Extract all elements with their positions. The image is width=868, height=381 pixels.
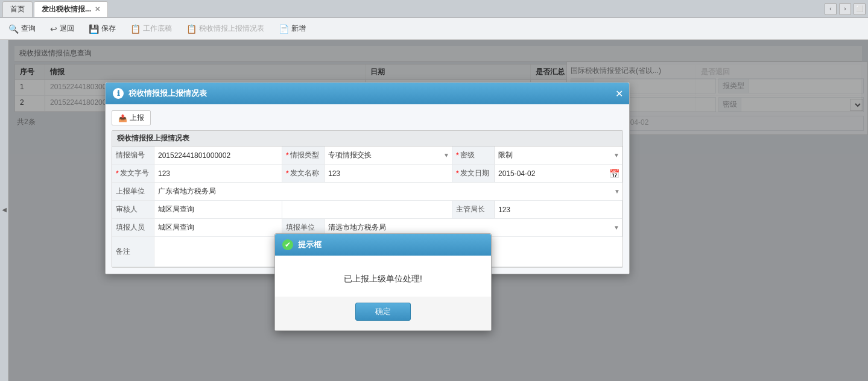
field-zhuguan-ju: 主管局长 123 [452, 201, 622, 219]
field-qingbao-leixing: * 情报类型 专项情报交换 ▼ [282, 146, 452, 165]
fawen-riqi-value: 2015-04-02 [495, 167, 609, 180]
shangbao-dropdown-icon[interactable]: ▼ [614, 188, 622, 195]
main-area: ▶ 税收报送情报信息查询 序号 情报 日期 是否汇总 是否退回 1 201522… [0, 40, 868, 381]
field-fawen-riqi: * 发文日期 2015-04-02 📅 [452, 165, 622, 183]
report-icon: 📋 [186, 24, 197, 34]
tianbao-ren-value: 城区局查询 [154, 220, 282, 235]
form-panel-title: 税收情报报上报情况表 [112, 131, 622, 146]
tab-menu-button[interactable]: ⬜ [854, 3, 866, 15]
prompt-body: 已上报上级单位处理! [275, 256, 491, 297]
calendar-icon[interactable]: 📅 [609, 169, 622, 178]
tab-close-icon[interactable]: ✕ [95, 5, 100, 13]
search-icon: 🔍 [8, 24, 19, 34]
zhuguan-ju-value: 123 [495, 203, 622, 216]
tab-prev-button[interactable]: ‹ [825, 3, 837, 15]
tab-bar: 首页 发出税收情报... ✕ ‹ › ⬜ [0, 0, 868, 18]
field-qingbao-bianhao: 情报编号 201522441801000002 [112, 146, 282, 165]
tianbao-danwei-dropdown-icon[interactable]: ▼ [613, 224, 622, 231]
add-icon: 📄 [279, 24, 289, 34]
qingbao-bianhao-value: 201522441801000002 [154, 149, 282, 162]
modal-info-icon: ℹ [113, 88, 124, 99]
confirm-button[interactable]: 确定 [355, 303, 411, 321]
add-button[interactable]: 📄 新增 [276, 22, 308, 35]
prompt-header: ✔ 提示框 [275, 234, 491, 256]
shenhe-ren-value: 城区局查询 [154, 202, 282, 217]
tax-report-modal: ℹ 税收情报报上报情况表 ✕ 📤 上报 税收情报报上报情况 [105, 82, 630, 274]
page-content: 税收报送情报信息查询 序号 情报 日期 是否汇总 是否退回 1 20152244… [8, 40, 868, 381]
modal-overlay: ℹ 税收情报报上报情况表 ✕ 📤 上报 税收情报报上报情况 [8, 40, 868, 381]
leixing-dropdown-icon[interactable]: ▼ [443, 152, 452, 159]
fawen-zihao-value: 123 [154, 167, 282, 180]
modal-header: ℹ 税收情报报上报情况表 ✕ [106, 83, 629, 104]
upload-icon: 📤 [118, 114, 127, 122]
field-tianbao-ren: 填报人员 城区局查询 [112, 219, 282, 237]
field-shenhe-ren: 审核人 城区局查询 [112, 201, 282, 219]
field-empty [282, 201, 452, 219]
prompt-dialog: ✔ 提示框 已上报上级单位处理! 确定 [274, 233, 492, 331]
toolbar: 🔍 查询 ↩ 退回 💾 保存 📋 工作底稿 📋 税收情报上报情况表 📄 新增 [0, 18, 868, 40]
modal-title: 税收情报报上报情况表 [128, 88, 622, 99]
prompt-title: 提示框 [298, 239, 322, 250]
tab-home[interactable]: 首页 [2, 1, 33, 17]
miji-value: 限制 [495, 148, 613, 163]
modal-close-button[interactable]: ✕ [615, 88, 623, 99]
back-icon: ↩ [50, 24, 57, 34]
miji-dropdown-icon[interactable]: ▼ [613, 152, 622, 159]
tab-next-button[interactable]: › [839, 3, 851, 15]
field-shangbao-danwei: 上报单位 广东省地方税务局 ▼ [112, 183, 622, 201]
prompt-footer: 确定 [275, 297, 491, 330]
prompt-success-icon: ✔ [282, 239, 293, 250]
tab-tax[interactable]: 发出税收情报... ✕ [34, 1, 108, 17]
tab-navigation: ‹ › ⬜ [825, 3, 866, 15]
shangbao-danwei-value: 广东省地方税务局 [154, 184, 614, 199]
save-button[interactable]: 💾 保存 [86, 22, 118, 35]
field-fawen-zihao: * 发文字号 123 [112, 165, 282, 183]
qingbao-leixing-value: 专项情报交换 [325, 148, 443, 163]
query-button[interactable]: 🔍 查询 [6, 22, 38, 35]
workcase-button: 📋 工作底稿 [128, 22, 174, 35]
upload-button[interactable]: 📤 上报 [112, 110, 151, 125]
field-miji: * 密级 限制 ▼ [452, 146, 622, 165]
fawen-mingcheng-value: 123 [325, 167, 452, 180]
prompt-message: 已上报上级单位处理! [344, 274, 422, 283]
save-icon: 💾 [89, 24, 99, 34]
field-fawen-mingcheng: * 发文名称 123 [282, 165, 452, 183]
report-button: 📋 税收情报上报情况表 [184, 22, 267, 35]
upload-btn-row: 📤 上报 [112, 110, 623, 125]
left-collapse-indicator[interactable]: ▶ [0, 40, 8, 381]
workcase-icon: 📋 [130, 24, 141, 34]
back-button[interactable]: ↩ 退回 [48, 22, 77, 35]
